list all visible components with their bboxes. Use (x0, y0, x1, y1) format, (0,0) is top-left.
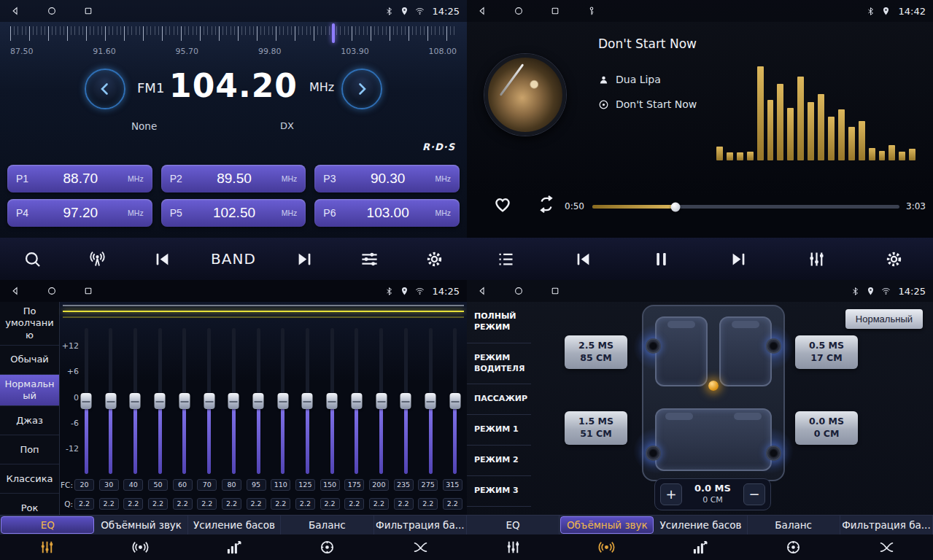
delay-rear-left[interactable]: 1.5 MS 51 CM (565, 411, 627, 445)
seek-bar-thumb[interactable] (670, 202, 680, 211)
recents-button[interactable] (83, 6, 93, 16)
eq-tab-icon[interactable] (0, 534, 93, 560)
repeat-button[interactable] (535, 194, 557, 216)
preset-button-p3[interactable]: P390.30MHz (314, 165, 460, 192)
equalizer-button[interactable] (354, 243, 386, 275)
slider-handle[interactable] (302, 393, 313, 409)
home-button[interactable] (47, 6, 57, 16)
preset-badge[interactable]: Нормальный (845, 309, 923, 329)
back-button[interactable] (477, 6, 487, 16)
eq-band-slider-315[interactable] (449, 328, 461, 474)
balance-tab-icon[interactable] (280, 534, 373, 560)
slider-handle[interactable] (155, 393, 166, 409)
back-button[interactable] (10, 6, 20, 16)
back-button[interactable] (10, 286, 20, 296)
eq-preset-item[interactable]: Рок (0, 494, 59, 515)
seek-bar[interactable] (592, 205, 899, 209)
filter-tab-icon[interactable] (840, 534, 933, 560)
eq-band-slider-70[interactable] (204, 328, 215, 474)
band-button[interactable]: BAND (211, 243, 256, 275)
preset-button-p4[interactable]: P497.20MHz (7, 199, 152, 227)
tune-up-button[interactable] (341, 69, 382, 109)
eq-band-slider-40[interactable] (129, 328, 141, 474)
tab-surround[interactable]: Объёмный звук (560, 516, 654, 534)
tab-surround[interactable]: Объёмный звук (95, 516, 187, 534)
slider-handle[interactable] (81, 393, 92, 409)
equalizer-button[interactable] (800, 243, 832, 275)
settings-button[interactable] (878, 243, 910, 275)
eq-band-slider-110[interactable] (277, 328, 289, 474)
field-mode-4[interactable]: РЕЖИМ 1 (467, 415, 531, 446)
tab-filter[interactable]: Фильтрация ба... (374, 516, 467, 534)
recents-button[interactable] (83, 286, 93, 296)
eq-preset-item[interactable]: По умолчанию (0, 302, 59, 346)
seat-map[interactable] (642, 305, 785, 481)
tab-bass-boost[interactable]: Усиление басов (188, 516, 281, 534)
favorite-button[interactable] (492, 194, 514, 216)
slider-handle[interactable] (105, 393, 116, 409)
listening-position-dot[interactable] (708, 381, 719, 391)
preset-button-p5[interactable]: P5102.50MHz (161, 199, 306, 227)
bass-boost-tab-icon[interactable] (654, 534, 747, 560)
preset-button-p1[interactable]: P188.70MHz (7, 165, 152, 192)
eq-preset-item[interactable]: Классика (0, 464, 59, 494)
delay-front-left[interactable]: 2.5 MS 85 CM (565, 335, 627, 369)
back-button[interactable] (477, 286, 487, 296)
eq-band-slider-30[interactable] (105, 328, 117, 474)
surround-tab-icon[interactable] (560, 534, 654, 560)
surround-tab-icon[interactable] (93, 534, 187, 560)
field-mode-2[interactable]: РЕЖИМ ВОДИТЕЛЯ (467, 343, 531, 385)
home-button[interactable] (514, 286, 524, 296)
slider-handle[interactable] (179, 393, 190, 409)
eq-preset-item[interactable]: Джаз (0, 406, 59, 435)
settings-button[interactable] (419, 243, 451, 275)
pause-button[interactable] (645, 243, 677, 275)
slider-handle[interactable] (228, 393, 239, 409)
tab-eq[interactable]: EQ (467, 516, 560, 534)
eq-band-slider-60[interactable] (179, 328, 190, 474)
eq-band-slider-175[interactable] (351, 328, 363, 474)
previous-track-button[interactable] (568, 243, 600, 275)
recents-button[interactable] (550, 286, 560, 296)
home-button[interactable] (47, 286, 57, 296)
field-mode-1[interactable]: ПОЛНЫЙ РЕЖИМ (467, 302, 531, 343)
eq-band-slider-20[interactable] (80, 328, 92, 474)
delay-decrease-button[interactable]: − (743, 483, 765, 505)
eq-band-slider-150[interactable] (326, 328, 338, 474)
slider-handle[interactable] (130, 393, 141, 409)
bass-boost-tab-icon[interactable] (187, 534, 280, 560)
field-mode-3[interactable]: ПАССАЖИР (467, 384, 531, 415)
scan-button[interactable] (16, 243, 48, 275)
filter-tab-icon[interactable] (373, 534, 467, 560)
frequency-scale[interactable] (10, 26, 457, 44)
slider-handle[interactable] (376, 393, 387, 409)
eq-band-slider-200[interactable] (376, 328, 387, 474)
eq-preset-item[interactable]: Обычай (0, 346, 59, 375)
slider-handle[interactable] (449, 393, 460, 409)
preset-button-p6[interactable]: P6103.00MHz (314, 199, 460, 227)
eq-preset-item[interactable]: Поп (0, 435, 59, 464)
delay-front-right[interactable]: 0.5 MS 17 CM (795, 335, 858, 369)
tab-eq[interactable]: EQ (1, 516, 94, 534)
eq-band-slider-125[interactable] (301, 328, 313, 474)
eq-band-slider-50[interactable] (154, 328, 166, 474)
tab-filter[interactable]: Фильтрация ба... (840, 516, 933, 534)
eq-band-slider-80[interactable] (228, 328, 239, 474)
slider-handle[interactable] (327, 393, 338, 409)
next-track-button[interactable] (723, 243, 755, 275)
previous-station-button[interactable] (146, 243, 178, 275)
eq-band-slider-275[interactable] (425, 328, 436, 474)
preset-button-p2[interactable]: P289.50MHz (161, 165, 306, 192)
slider-handle[interactable] (400, 393, 411, 409)
field-mode-6[interactable]: РЕЖИМ 3 (467, 476, 531, 507)
slider-handle[interactable] (425, 393, 436, 409)
tab-bass-boost[interactable]: Усиление басов (654, 516, 747, 534)
playlist-button[interactable] (489, 243, 522, 275)
slider-handle[interactable] (351, 393, 362, 409)
eq-preset-item[interactable]: Нормальный (0, 375, 59, 407)
eq-band-slider-95[interactable] (252, 328, 264, 474)
auto-seek-button[interactable] (81, 243, 113, 275)
slider-handle[interactable] (253, 393, 264, 409)
delay-rear-right[interactable]: 0.0 MS 0 CM (795, 411, 858, 445)
eq-tab-icon[interactable] (467, 534, 560, 560)
